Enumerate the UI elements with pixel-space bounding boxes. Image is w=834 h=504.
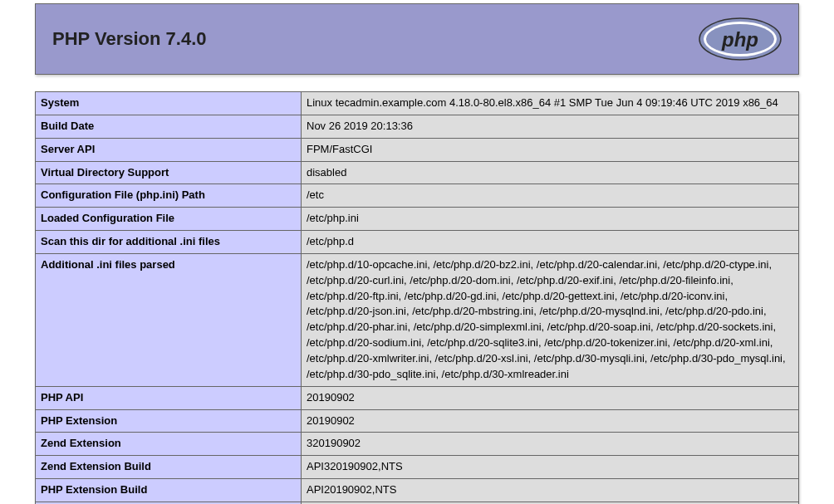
info-label: Build Date — [36, 115, 302, 138]
info-label: PHP API — [36, 386, 302, 409]
info-label: Zend Extension — [36, 433, 302, 456]
info-value: /etc/php.d/10-opcache.ini, /etc/php.d/20… — [302, 253, 799, 386]
table-row: Scan this dir for additional .ini files/… — [36, 231, 799, 254]
info-label: Scan this dir for additional .ini files — [36, 231, 302, 254]
info-value: API320190902,NTS — [302, 456, 799, 479]
info-value: 320190902 — [302, 433, 799, 456]
info-value: 20190902 — [302, 386, 799, 409]
table-row: Server APIFPM/FastCGI — [36, 138, 799, 161]
info-value: 20190902 — [302, 409, 799, 433]
php-version-title: PHP Version 7.4.0 — [52, 28, 206, 50]
page-container: PHP Version 7.4.0 php SystemLinux tecadm… — [18, 0, 816, 504]
info-label: Virtual Directory Support — [36, 161, 302, 184]
table-row: Zend Extension320190902 — [36, 433, 799, 456]
info-label: Server API — [36, 138, 302, 161]
phpinfo-table: SystemLinux tecadmin.example.com 4.18.0-… — [35, 91, 799, 504]
table-row: Configuration File (php.ini) Path/etc — [36, 184, 799, 208]
info-label: System — [36, 92, 302, 115]
table-row: Virtual Directory Supportdisabled — [36, 161, 799, 184]
info-value: Linux tecadmin.example.com 4.18.0-80.el8… — [302, 92, 799, 115]
table-row: SystemLinux tecadmin.example.com 4.18.0-… — [36, 92, 799, 115]
info-label: PHP Extension Build — [36, 479, 302, 502]
info-label: Additional .ini files parsed — [36, 253, 302, 386]
phpinfo-header: PHP Version 7.4.0 php — [35, 3, 799, 75]
php-logo-icon: php — [699, 17, 782, 61]
table-row: Zend Extension BuildAPI320190902,NTS — [36, 456, 799, 479]
info-value: API20190902,NTS — [302, 479, 799, 502]
info-value: FPM/FastCGI — [302, 138, 799, 161]
info-value: /etc — [302, 184, 799, 208]
table-row: Loaded Configuration File/etc/php.ini — [36, 208, 799, 231]
table-row: PHP Extension20190902 — [36, 409, 799, 433]
info-value: Nov 26 2019 20:13:36 — [302, 115, 799, 138]
table-row: PHP Extension BuildAPI20190902,NTS — [36, 479, 799, 502]
info-label: Loaded Configuration File — [36, 208, 302, 231]
table-row: PHP API20190902 — [36, 386, 799, 409]
table-row: Additional .ini files parsed/etc/php.d/1… — [36, 253, 799, 386]
svg-text:php: php — [721, 28, 758, 51]
info-value: /etc/php.ini — [302, 208, 799, 231]
info-label: Configuration File (php.ini) Path — [36, 184, 302, 208]
table-row: Build DateNov 26 2019 20:13:36 — [36, 115, 799, 138]
info-value: /etc/php.d — [302, 231, 799, 254]
info-label: Zend Extension Build — [36, 456, 302, 479]
info-value: disabled — [302, 161, 799, 184]
info-label: PHP Extension — [36, 409, 302, 433]
